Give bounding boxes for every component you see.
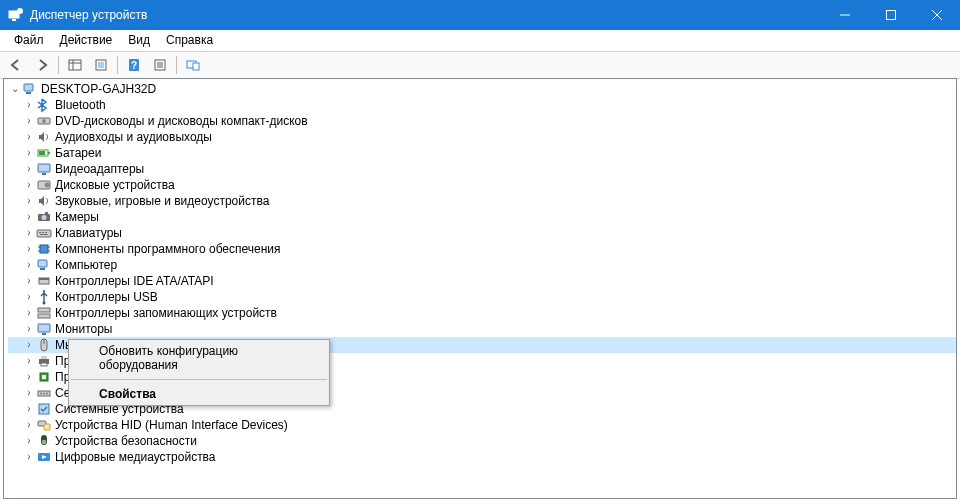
tree-item-sgv[interactable]: ›Звуковые, игровые и видеоустройства	[8, 193, 956, 209]
expand-toggle-icon[interactable]: ›	[22, 145, 36, 161]
expand-toggle-icon[interactable]: ›	[22, 417, 36, 433]
expand-toggle-icon[interactable]: ›	[22, 177, 36, 193]
svg-rect-27	[38, 164, 50, 172]
svg-rect-1	[12, 19, 16, 21]
disk-icon	[36, 177, 52, 193]
menu-help[interactable]: Справка	[158, 31, 221, 49]
expand-toggle-icon[interactable]: ›	[22, 209, 36, 225]
toolbar-separator	[58, 56, 59, 74]
expand-toggle-icon[interactable]: ›	[22, 449, 36, 465]
expand-toggle-icon[interactable]: ›	[22, 161, 36, 177]
tree-item-label: Цифровые медиаустройства	[55, 449, 222, 465]
device-tree[interactable]: ⌄DESKTOP-GAJH32D›Bluetooth›DVD-дисководы…	[4, 79, 956, 467]
tree-item-label: Звуковые, игровые и видеоустройства	[55, 193, 275, 209]
forward-button[interactable]	[30, 53, 54, 77]
expand-toggle-icon[interactable]: ›	[22, 273, 36, 289]
software-icon	[36, 241, 52, 257]
tree-item-battery[interactable]: ›Батареи	[8, 145, 956, 161]
bluetooth-icon	[36, 97, 52, 113]
storage-icon	[36, 305, 52, 321]
tree-item-label: Дисковые устройства	[55, 177, 181, 193]
titlebar: Диспетчер устройств	[0, 0, 960, 30]
security-icon	[36, 433, 52, 449]
menubar: Файл Действие Вид Справка	[0, 30, 960, 51]
display-icon	[36, 161, 52, 177]
context-menu-scan[interactable]: Обновить конфигурацию оборудования	[69, 340, 329, 376]
menu-view[interactable]: Вид	[120, 31, 158, 49]
media-icon	[36, 449, 52, 465]
tree-item-media[interactable]: ›Цифровые медиаустройства	[8, 449, 956, 465]
computer-icon	[36, 257, 52, 273]
close-button[interactable]	[914, 0, 960, 30]
svg-rect-36	[42, 232, 44, 233]
expand-toggle-icon[interactable]: ›	[22, 193, 36, 209]
expand-toggle-icon[interactable]: ›	[22, 113, 36, 129]
svg-rect-53	[42, 333, 46, 335]
tree-item-label: Контроллеры IDE ATA/ATAPI	[55, 273, 220, 289]
tree-item-ide[interactable]: ›Контроллеры IDE ATA/ATAPI	[8, 273, 956, 289]
tree-item-dvd[interactable]: ›DVD-дисководы и дисководы компакт-диско…	[8, 113, 956, 129]
scan-button[interactable]	[89, 53, 113, 77]
expand-toggle-icon[interactable]: ›	[22, 257, 36, 273]
menu-action[interactable]: Действие	[52, 31, 121, 49]
devices-button[interactable]	[181, 53, 205, 77]
monitor-icon	[36, 321, 52, 337]
svg-rect-60	[42, 375, 46, 379]
expand-toggle-icon[interactable]: ›	[22, 353, 36, 369]
expand-toggle-icon[interactable]: ›	[22, 241, 36, 257]
tree-item-disk[interactable]: ›Дисковые устройства	[8, 177, 956, 193]
svg-rect-34	[37, 230, 51, 237]
expand-toggle-icon[interactable]: ›	[22, 129, 36, 145]
tree-item-hid[interactable]: ›Устройства HID (Human Interface Devices…	[8, 417, 956, 433]
context-menu-props[interactable]: Свойства	[69, 383, 329, 405]
svg-point-23	[42, 119, 46, 123]
device-tree-panel: ⌄DESKTOP-GAJH32D›Bluetooth›DVD-дисководы…	[3, 78, 957, 499]
back-button[interactable]	[4, 53, 28, 77]
dvd-icon	[36, 113, 52, 129]
expand-toggle-icon[interactable]: ›	[22, 225, 36, 241]
expand-toggle-icon[interactable]: ›	[22, 337, 36, 353]
tree-item-storage[interactable]: ›Контроллеры запоминающих устройств	[8, 305, 956, 321]
menu-file[interactable]: Файл	[6, 31, 52, 49]
tree-item-usb[interactable]: ›Контроллеры USB	[8, 289, 956, 305]
toolbar: ?	[0, 51, 960, 79]
expand-toggle-icon[interactable]: ›	[22, 401, 36, 417]
keyboard-icon	[36, 225, 52, 241]
expand-toggle-icon[interactable]: ›	[22, 385, 36, 401]
expand-toggle-icon[interactable]: ›	[22, 97, 36, 113]
usb-icon	[36, 289, 52, 305]
minimize-button[interactable]	[822, 0, 868, 30]
tree-item-computer[interactable]: ›Компьютер	[8, 257, 956, 273]
svg-rect-47	[39, 278, 49, 280]
properties-button[interactable]	[148, 53, 172, 77]
svg-rect-21	[26, 92, 31, 94]
svg-rect-26	[39, 151, 45, 155]
tree-root[interactable]: ⌄DESKTOP-GAJH32D	[8, 81, 956, 97]
expand-toggle-icon[interactable]: ›	[22, 433, 36, 449]
svg-rect-33	[45, 212, 48, 214]
expand-toggle-icon[interactable]: ›	[22, 321, 36, 337]
tree-item-display[interactable]: ›Видеоадаптеры	[8, 161, 956, 177]
tree-item-audio[interactable]: ›Аудиовходы и аудиовыходы	[8, 129, 956, 145]
expand-toggle-icon[interactable]: ⌄	[8, 81, 22, 97]
expand-toggle-icon[interactable]: ›	[22, 289, 36, 305]
tree-item-keyboard[interactable]: ›Клавиатуры	[8, 225, 956, 241]
svg-rect-28	[42, 173, 46, 175]
help-button[interactable]: ?	[122, 53, 146, 77]
tree-item-label: Контроллеры запоминающих устройств	[55, 305, 283, 321]
tree-item-software[interactable]: ›Компоненты программного обеспечения	[8, 241, 956, 257]
svg-rect-37	[45, 232, 47, 233]
context-menu-separator	[71, 379, 327, 380]
expand-toggle-icon[interactable]: ›	[22, 305, 36, 321]
network-icon	[36, 385, 52, 401]
expand-toggle-icon[interactable]: ›	[22, 369, 36, 385]
tree-item-security[interactable]: ›Устройства безопасности	[8, 433, 956, 449]
svg-text:?: ?	[131, 60, 137, 71]
tree-item-label: Контроллеры USB	[55, 289, 164, 305]
show-hidden-button[interactable]	[63, 53, 87, 77]
svg-rect-20	[24, 84, 33, 91]
tree-item-monitor[interactable]: ›Мониторы	[8, 321, 956, 337]
tree-item-camera[interactable]: ›Камеры	[8, 209, 956, 225]
maximize-button[interactable]	[868, 0, 914, 30]
tree-item-bluetooth[interactable]: ›Bluetooth	[8, 97, 956, 113]
